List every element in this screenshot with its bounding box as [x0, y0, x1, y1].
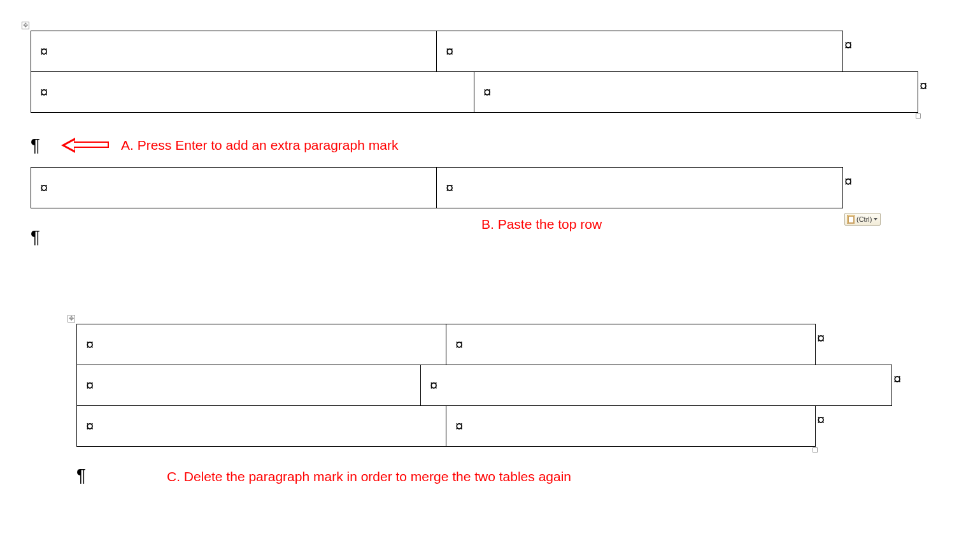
table-anchor-2[interactable]: ✥: [67, 315, 75, 322]
paragraph-mark-1: ¶: [31, 135, 40, 156]
clipboard-icon: [847, 215, 855, 224]
row-end-mark: ¤: [920, 78, 927, 94]
cell-mark: ¤: [483, 84, 491, 100]
annotation-c: C. Delete the paragraph mark in order to…: [167, 469, 571, 484]
paste-options-button[interactable]: (Ctrl): [844, 213, 881, 226]
cell-mark: ¤: [86, 377, 94, 393]
table1-resize-handle[interactable]: [916, 113, 921, 119]
table1-row2[interactable]: ¤ ¤: [31, 71, 918, 113]
table3-row1[interactable]: ¤ ¤: [76, 324, 816, 365]
row-end-mark: ¤: [844, 37, 852, 54]
table1-row1[interactable]: ¤ ¤: [31, 31, 843, 72]
cell-mark: ¤: [40, 84, 48, 100]
table2[interactable]: ¤ ¤: [31, 167, 843, 208]
cell-mark: ¤: [86, 418, 94, 434]
table-anchor-1[interactable]: ✥: [22, 22, 29, 29]
arrow-left-icon: [61, 138, 111, 153]
row-end-mark: ¤: [817, 330, 825, 347]
cell-mark: ¤: [446, 180, 453, 196]
paragraph-mark-2: ¶: [31, 227, 40, 247]
paste-ctrl-label: (Ctrl): [856, 215, 872, 223]
table3-resize-handle[interactable]: [813, 447, 818, 452]
cell-mark: ¤: [430, 377, 437, 393]
cell-mark: ¤: [40, 43, 48, 59]
paragraph-mark-3: ¶: [76, 465, 86, 486]
row-end-mark: ¤: [844, 173, 852, 190]
cell-mark: ¤: [40, 180, 48, 196]
chevron-down-icon: [874, 218, 877, 221]
table3-row3[interactable]: ¤ ¤: [76, 405, 816, 447]
cell-mark: ¤: [446, 43, 453, 59]
cell-mark: ¤: [455, 418, 463, 434]
table3-row2[interactable]: ¤ ¤: [76, 365, 892, 406]
annotation-b: B. Paste the top row: [481, 217, 602, 232]
cell-mark: ¤: [86, 337, 94, 352]
annotation-a: A. Press Enter to add an extra paragraph…: [121, 138, 398, 153]
row-end-mark: ¤: [817, 412, 825, 428]
cell-mark: ¤: [455, 337, 463, 352]
row-end-mark: ¤: [893, 371, 901, 387]
